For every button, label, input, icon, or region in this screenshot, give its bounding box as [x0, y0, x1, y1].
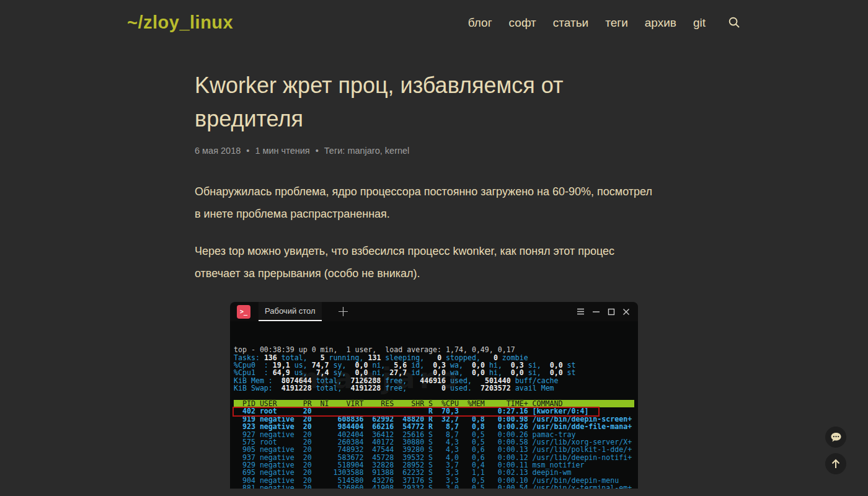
top-process-row: 905 negative 20 748932 47544 39280 S 4,3…: [234, 446, 634, 453]
post-body: Обнаружилась проблема, ядро процессора п…: [195, 180, 673, 489]
post-tags-label: Теги:: [324, 146, 345, 156]
menu-icon: [577, 308, 585, 315]
top-process-row: 881 negative 20 526860 41908 29332 S 3,0…: [234, 484, 634, 489]
post-reading-time: 1 мин чтения: [255, 146, 309, 156]
new-tab-icon: [338, 306, 348, 317]
terminal-app-icon: >_: [237, 305, 250, 319]
meta-separator: •: [246, 146, 249, 156]
meta-separator: •: [316, 146, 319, 156]
page-title: Kworker жрет проц, избавляемся от вредит…: [195, 69, 616, 136]
terminal-window-controls: [577, 308, 630, 316]
terminal-tab-title: Рабочий стол: [265, 306, 316, 316]
top-summary-line: KiB Swap: 4191228 total, 4191228 free, 0…: [234, 384, 634, 392]
post-image-terminal-screenshot[interactable]: >_ Рабочий стол: [230, 302, 638, 489]
nav-item-articles[interactable]: статьи: [553, 16, 588, 30]
post-tags[interactable]: manjaro, kernel: [347, 146, 409, 156]
comment-bubble-icon: [830, 432, 842, 443]
nav-item-git[interactable]: git: [693, 16, 706, 30]
arrow-up-icon: [830, 458, 841, 469]
search-icon[interactable]: [728, 16, 741, 29]
comments-button[interactable]: [825, 427, 846, 448]
site-title[interactable]: ~/zloy_linux: [127, 12, 233, 33]
post-paragraph: Через top можно увидеть, что взбесился п…: [195, 240, 658, 285]
terminal-tab: Рабочий стол: [259, 302, 322, 321]
post-meta: 6 мая 2018 • 1 мин чтения • Теги: manjar…: [195, 146, 673, 156]
nav-item-blog[interactable]: блог: [468, 16, 492, 30]
post-article: Kworker жрет проц, избавляемся от вредит…: [195, 33, 673, 489]
top-process-row: 402 root 20 R 70,3 0:27.16 [kworker/0:4]: [234, 407, 634, 415]
maximize-icon: [608, 308, 615, 316]
scroll-to-top-button[interactable]: [825, 453, 846, 474]
post-date: 6 мая 2018: [195, 146, 241, 156]
top-process-row: 923 negative 20 984404 66216 54772 R 8,7…: [234, 423, 634, 430]
nav-item-soft[interactable]: софт: [509, 16, 536, 30]
top-process-row: 695 negative 20 1303588 91388 62232 S 3,…: [234, 469, 634, 476]
minimize-icon: [592, 308, 600, 315]
terminal-screen: manjaro top - 00:38:39 up 0 min, 1 user,…: [230, 321, 638, 489]
page-header: ~/zloy_linux блог софт статьи теги архив…: [0, 0, 868, 33]
close-icon: [622, 308, 630, 316]
nav-item-tags[interactable]: теги: [605, 16, 628, 30]
nav-item-archive[interactable]: архив: [645, 16, 676, 30]
terminal-titlebar: >_ Рабочий стол: [230, 302, 638, 321]
main-nav: блог софт статьи теги архив git: [451, 16, 741, 30]
post-paragraph: Обнаружилась проблема, ядро процессора п…: [195, 180, 658, 225]
